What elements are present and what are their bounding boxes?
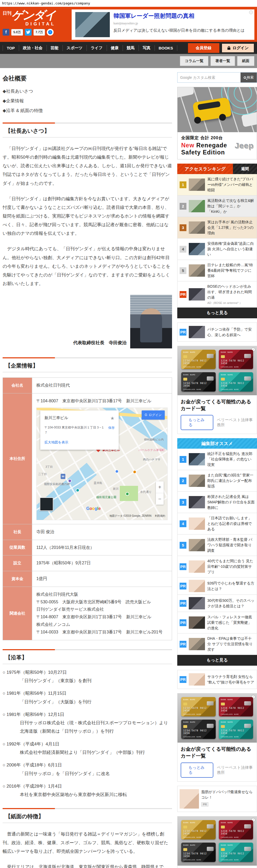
recommend-item[interactable]: 2 また自民“魔の3回生” 菅家一郎氏に違法カレンダー配布疑惑: [178, 470, 257, 492]
ranking-pr-item[interactable]: PR BOSEのヘッドホンが生み出す、研ぎ澄まされた時間の過 AD（BOSE o…: [178, 281, 257, 307]
satellite-toggle[interactable]: [40, 497, 53, 511]
custom-search: 検索: [177, 72, 257, 83]
nav-item-politics[interactable]: 政治・社会: [19, 45, 46, 51]
jeep-ad-new: New: [181, 142, 194, 149]
ranking-item[interactable]: 1 嵐に燻り続けてきた“プロパーvs外様”メンバーの確執と暗闘: [178, 174, 257, 195]
twitter-icon[interactable]: [25, 29, 32, 36]
map-marker-fuel[interactable]: [68, 479, 72, 483]
section-greeting: 【社長あいさつ】 「日刊ゲンダイ」は㈱講談社グループの㈱日刊現代が発行する“毎日…: [3, 123, 172, 348]
nav-item-books[interactable]: BOOKS: [154, 45, 177, 51]
toc-link-greeting[interactable]: ◆社長あいさつ: [3, 88, 172, 94]
recommend-pr-item[interactable]: PR 30代年収500万。そのスペックが活きる婚活とは？: [178, 595, 257, 612]
map-save-link[interactable]: 保存: [108, 425, 114, 435]
recommend-item[interactable]: 5 法政大野球部・青木監督 パワハラ疑惑報道で聞き取り調査: [178, 534, 257, 556]
black-card: BANK NAME1234 5678 9012 3456CARDHOLDER N…: [181, 372, 216, 392]
header-ad-banner[interactable]: 韓国軍レーダー照射問題の真相 kamijimayoshiro.jp 反日メディア…: [72, 9, 254, 40]
recommend-pr-item[interactable]: PR 926円で小じわを撃退する方法とは？: [178, 578, 257, 595]
ad-title-link[interactable]: 韓国軍レーダー照射問題の真相: [113, 12, 245, 19]
search-button[interactable]: 検索: [241, 72, 257, 83]
recommend-pr-item[interactable]: PR DHA・EPAは食事では不十分 サプリで生活習慣を取り戻す: [178, 633, 257, 655]
map-marker-store[interactable]: [133, 470, 137, 474]
login-button[interactable]: ログイン: [221, 43, 254, 53]
ranking-item[interactable]: 5 日テレまた蚊帳の外…嵐“特番&最終回”争奪戦でフジに苦杯: [178, 260, 257, 281]
parked-car: [178, 87, 194, 99]
card-ad-more-button[interactable]: もっとみる: [181, 763, 213, 778]
map-terms-link[interactable]: 利用規約: [155, 514, 165, 517]
jeep-ad-line3: Safety Edition: [181, 149, 253, 156]
expand-map-link[interactable]: 拡大地図を表示: [44, 439, 68, 445]
credit-card-ad[interactable]: i BANK NAME1234 5678 9012 3456CARDHOLDER…: [177, 346, 257, 434]
ranking-item[interactable]: 3 実はお手本が 嵐の活動休止会見「1.27夜」だった3つの理由: [178, 217, 257, 239]
credit-card-ad[interactable]: i BANK NAME1234 5678 9012 3456CARDHOLDER…: [177, 693, 257, 781]
ranking-tab-weekly[interactable]: 週間: [233, 164, 257, 174]
pr-badge: PR: [180, 583, 186, 589]
card-ad-image: i BANK NAME1234 5678 9012 3456CARDHOLDER…: [178, 346, 257, 395]
column-list-button[interactable]: コラム一覧: [180, 56, 208, 66]
map-label: 霊岸島: [94, 480, 102, 486]
ad-description: 反日メディアは決して伝えない韓国が日本を目の敵にする本当の理由とは: [113, 28, 245, 33]
black-card: BANK NAME1234 5678 9012 3456CARDHOLDER N…: [181, 720, 216, 739]
nav-item-photo[interactable]: 写真: [139, 45, 154, 51]
jeep-ad[interactable]: 全国限定 合計 200台 New Renegade Safety Edition…: [177, 87, 257, 159]
editors-recommend-panel: 編集部オススメ 1 統計不正を猛批判も 進次郎「社会保障改革」の危ない現実 2 …: [177, 438, 257, 666]
star-icon[interactable]: ★: [110, 414, 114, 423]
zoom-out-button[interactable]: −: [156, 493, 164, 505]
facebook-icon[interactable]: f: [3, 29, 9, 36]
ad-info-icon[interactable]: i: [249, 10, 253, 14]
nav-item-entertainment[interactable]: 芸能: [46, 45, 63, 51]
recommend-pr-item[interactable]: PR 40代でもまだ間に合う 見た目年齢“-10歳”の白髪対策サプリ: [178, 556, 257, 578]
map-marker-poi[interactable]: [76, 489, 79, 492]
history-entry: ○ 1981年（昭和56年）11月15日 「日刊ゲンダイ」（大阪版）を刊行: [3, 689, 172, 706]
recommend-more-button[interactable]: もっと見る: [177, 655, 257, 666]
president-caption: 代表取締役社長 寺田俊治: [73, 340, 126, 346]
toc-link-history[interactable]: ◆沿革 & 紙面の特徴: [3, 107, 172, 114]
row-label: 本社住所: [3, 393, 32, 524]
ranking-item[interactable]: 4 安倍政権“賃金偽装”追及に白旗 火消しへ自信という勘違い: [178, 239, 257, 260]
nav-item-sports[interactable]: スポーツ: [63, 45, 86, 51]
map-label: 二丁目: [38, 472, 47, 477]
article-thumbnail: [189, 326, 205, 338]
messenger-icon[interactable]: [47, 29, 53, 36]
pr-pachinko[interactable]: PR パチンコ依存「予防」で安心、楽しめる娯楽へ: [177, 322, 257, 342]
page-title: 会社概要: [3, 74, 172, 83]
toc-link-info[interactable]: ◆企業情報: [3, 98, 172, 104]
nav-item-top[interactable]: TOP: [3, 45, 19, 51]
author-list-button[interactable]: 著者一覧: [211, 56, 235, 66]
register-button[interactable]: 会員登録: [188, 43, 219, 53]
rank-badge: 3: [180, 499, 186, 506]
map-marker-shop[interactable]: [115, 470, 119, 473]
black-card: BANK NAME1234 5678 9012 3456CARDHOLDER N…: [181, 843, 216, 862]
history-entry: ○ 2016年（平成28年）1月4日 本社を東京都中央区築地から東京都中央区新川…: [3, 782, 172, 799]
recommend-item[interactable]: 1 統計不正を猛批判も 進次郎「社会保障改革」の危ない現実: [178, 449, 257, 470]
recommend-item[interactable]: 3 称賛された記者会見 嵐はSMAP解散のドロ仕合を反面教師に: [178, 492, 257, 513]
paper-button[interactable]: 紙面: [237, 56, 254, 66]
search-input[interactable]: [178, 72, 241, 83]
company-info-table: 会社名 株式会社日刊現代 本社住所 〒104-8007 東京都中央区新川1丁目3…: [3, 377, 172, 640]
rank-badge: 1: [180, 456, 186, 463]
google-login-button[interactable]: G ログイン: [142, 410, 165, 420]
nav-item-life[interactable]: ライフ: [86, 45, 107, 51]
recommend-title: 編集部オススメ: [177, 438, 257, 449]
nav-item-keiba[interactable]: 競馬: [123, 45, 139, 51]
credit-card-ad[interactable]: i BANK NAME1234 5678 9012 3456CARDHOLDER…: [177, 816, 257, 868]
map-label: 3丁目: [45, 464, 53, 470]
article-thumbnail: [189, 265, 205, 277]
jeep-logo: Jeep: [235, 141, 254, 150]
table-row: 設立 1975年（昭和50年）9月27日: [3, 555, 172, 571]
card-ad-more-button[interactable]: もっとみる: [181, 415, 213, 430]
zoom-in-button[interactable]: +: [156, 482, 164, 493]
recommend-item[interactable]: 4 「日本語でお願いします」とねだる記者の姿は滑稽である: [178, 513, 257, 534]
pr-hair-care[interactable]: PR サヨウナラ育毛剤 女性なら“飲んで”抜け毛や薄毛をケア: [177, 670, 257, 689]
google-map[interactable]: IBM箱崎ビル内 パールホテル茅場町 肉のハナマサ 3丁目 二丁目 堀部安兵衛武…: [36, 408, 168, 520]
card-ad-image: i BANK NAME1234 5678 9012 3456CARDHOLDER…: [178, 693, 257, 743]
pr-diet[interactable]: 脂肪がドバパッ!?最速痩せならコレ！ PR: [177, 786, 257, 812]
features-paragraph: 発行エリアは、北海道版が北海道、東京版が関東近県から青森県、静岡県まで、中部版が…: [3, 863, 172, 868]
article-thumbnail: [189, 597, 205, 609]
site-logo[interactable]: 日刊 ゲンダイ DIGITAL f 5.0万 7.7万: [3, 9, 68, 40]
features-paragraph: 普通の新聞とは一味違う「毎日発行する雑誌＝デイリーマガジン」を標榜し創刊。政治、…: [3, 830, 172, 856]
ranking-item[interactable]: 2 嵐活動休止で次なる独立&解散は「関ジャニ」か「KinKi」か: [178, 195, 257, 217]
nav-item-health[interactable]: 健康: [107, 45, 123, 51]
recommend-pr-item[interactable]: PR スバル・フォレスター徹底試乗で感じた「質実剛健」の進化: [178, 612, 257, 633]
map-marker-park[interactable]: [125, 492, 129, 496]
ranking-more-button[interactable]: もっと見る: [177, 308, 257, 318]
